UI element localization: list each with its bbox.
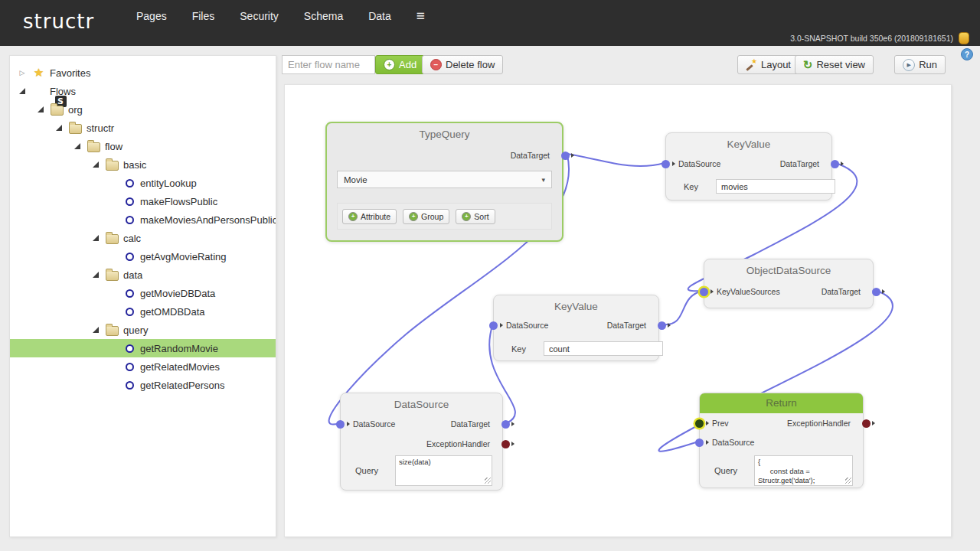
key-row: Key <box>684 179 816 194</box>
delete-flow-button[interactable]: − Delete flow <box>422 55 503 74</box>
flow-node-objectDataSource[interactable]: ObjectDataSourceKeyValueSourcesDataTarge… <box>704 259 874 308</box>
flow-node-keyValue1[interactable]: KeyValueDataSourceDataTargetKey <box>665 132 832 201</box>
port-return1-ExceptionHandler[interactable]: ExceptionHandler <box>787 418 863 429</box>
tree-item-makeFlowsPublic[interactable]: makeFlowsPublic <box>10 192 276 210</box>
port-dot-icon[interactable] <box>336 420 345 429</box>
tree-open-toggle-icon[interactable] <box>54 123 64 132</box>
tree-item-data[interactable]: data <box>10 266 276 284</box>
tree-item-getMovieDBData[interactable]: getMovieDBData <box>10 284 276 302</box>
port-dot-icon[interactable] <box>489 321 498 330</box>
tree-open-toggle-icon[interactable] <box>91 270 100 279</box>
port-dataSource-DataTarget[interactable]: DataTarget <box>451 419 502 429</box>
nav-schema[interactable]: Schema <box>304 10 343 22</box>
magic-wand-icon <box>746 60 757 70</box>
layout-button[interactable]: Layout <box>737 55 799 74</box>
flow-node-typeQuery[interactable]: TypeQueryDataTargetMovie▾+Attribute+Grou… <box>325 122 564 242</box>
tree-open-toggle-icon[interactable] <box>91 325 100 334</box>
nav-files[interactable]: Files <box>192 10 215 22</box>
port-dot-icon[interactable] <box>501 420 510 429</box>
flow-circle-icon <box>126 381 134 390</box>
port-label: DataTarget <box>822 287 861 296</box>
port-keyValue1-DataSource[interactable]: DataSource <box>666 158 720 169</box>
key-input[interactable] <box>544 341 663 356</box>
tree-open-toggle-icon[interactable] <box>73 142 82 151</box>
port-dot-icon[interactable] <box>695 419 704 428</box>
port-dot-icon[interactable] <box>831 160 839 168</box>
port-objectDataSource-DataTarget[interactable]: DataTarget <box>822 286 873 297</box>
resize-handle-icon[interactable] <box>845 478 851 484</box>
tree-item-label: basic <box>123 159 146 171</box>
tree-item-Favorites[interactable]: ▷★Favorites <box>10 64 276 82</box>
hamburger-menu-icon[interactable]: ≡ <box>416 11 425 21</box>
nav-data[interactable]: Data <box>368 10 391 22</box>
tree-item-entityLookup[interactable]: entityLookup <box>10 174 276 192</box>
port-dataSource-DataSource[interactable]: DataSource <box>341 419 395 429</box>
flow-node-dataSource[interactable]: DataSourceDataSourceDataTargetExceptionH… <box>340 393 503 491</box>
port-return1-DataSource[interactable]: DataSource <box>700 437 754 448</box>
query-textarea[interactable] <box>395 455 492 486</box>
tree-item-makeMoviesAndPersonsPublic[interactable]: makeMoviesAndPersonsPublic <box>10 210 276 229</box>
port-typeQuery-DataTarget[interactable]: DataTarget <box>511 150 562 161</box>
add-group-button[interactable]: +Group <box>403 209 449 224</box>
port-dot-icon[interactable] <box>862 419 871 428</box>
port-dot-icon[interactable] <box>561 152 570 160</box>
tree-item-structr[interactable]: structr <box>10 119 276 137</box>
tree-item-flow[interactable]: flow <box>10 137 276 155</box>
reset-view-button[interactable]: ↻ Reset view <box>795 55 874 74</box>
port-dot-icon[interactable] <box>700 288 708 296</box>
tree-open-toggle-icon[interactable] <box>36 105 45 114</box>
flow-canvas[interactable]: TypeQueryDataTargetMovie▾+Attribute+Grou… <box>284 84 952 537</box>
add-attribute-button[interactable]: +Attribute <box>342 209 397 224</box>
port-dot-icon[interactable] <box>662 160 670 168</box>
port-dot-icon[interactable] <box>695 439 704 447</box>
help-icon[interactable]: ? <box>961 48 973 60</box>
connection-typeQuery-DataTarget-to-keyValue1-DataSource[interactable] <box>567 154 665 166</box>
nav-pages[interactable]: Pages <box>136 10 167 22</box>
tree-item-org[interactable]: org <box>10 100 276 119</box>
build-badge-icon[interactable] <box>959 32 969 44</box>
flow-name-input[interactable] <box>282 55 375 74</box>
key-input[interactable] <box>716 179 835 194</box>
port-dot-icon[interactable] <box>501 440 510 448</box>
flow-node-keyValue2[interactable]: KeyValueDataSourceDataTargetKey <box>493 295 659 361</box>
tree-item-getOMDBData[interactable]: getOMDBData <box>10 302 276 321</box>
add-flow-button[interactable]: + Add <box>375 55 425 74</box>
folder-icon <box>106 234 119 244</box>
tree-closed-toggle-icon[interactable]: ▷ <box>18 68 27 77</box>
nav-security[interactable]: Security <box>240 10 279 22</box>
port-dot-icon[interactable] <box>872 288 880 296</box>
node-title: ObjectDataSource <box>704 265 873 276</box>
port-dataSource-ExceptionHandler[interactable]: ExceptionHandler <box>426 439 502 449</box>
run-button[interactable]: ▶ Run <box>894 55 946 74</box>
tree-open-toggle-icon[interactable] <box>91 160 100 169</box>
tree-spacer <box>109 362 119 371</box>
tree-item-query[interactable]: query <box>10 321 276 339</box>
tree-item-getRandomMovie[interactable]: getRandomMovie <box>10 339 276 357</box>
resize-handle-icon[interactable] <box>485 478 491 484</box>
port-dot-icon[interactable] <box>658 321 666 330</box>
structr-logo[interactable]: structr <box>23 10 94 33</box>
tree-item-getRelatedPersons[interactable]: getRelatedPersons <box>10 376 276 394</box>
connection-keyValue2-DataTarget-to-objectDataSource-KeyValueSources[interactable] <box>663 291 704 324</box>
tree-open-toggle-icon[interactable] <box>18 86 27 96</box>
port-return1-Prev[interactable]: Prev <box>700 418 729 429</box>
tree-item-Flows[interactable]: SFlows <box>10 82 276 100</box>
build-info: 3.0-SNAPSHOT build 350e6 (201809181651) <box>790 32 969 44</box>
key-row: Key <box>511 341 643 356</box>
add-sort-button[interactable]: +Sort <box>456 209 495 224</box>
port-objectDataSource-KeyValueSources[interactable]: KeyValueSources <box>704 286 780 297</box>
query-textarea[interactable] <box>754 455 853 486</box>
port-arrow-icon <box>500 323 503 328</box>
tree-spacer <box>109 215 119 224</box>
tree-open-toggle-icon[interactable] <box>91 233 100 243</box>
port-keyValue2-DataTarget[interactable]: DataTarget <box>607 320 658 331</box>
type-select[interactable]: Movie▾ <box>337 171 552 188</box>
flow-node-return1[interactable]: ReturnPrevDataSourceExceptionHandlerQuer… <box>699 393 864 488</box>
port-keyValue2-DataSource[interactable]: DataSource <box>494 320 548 331</box>
tree-item-getRelatedMovies[interactable]: getRelatedMovies <box>10 357 276 376</box>
tree-item-getAvgMovieRating[interactable]: getAvgMovieRating <box>10 247 276 266</box>
tree-item-basic[interactable]: basic <box>10 155 276 174</box>
port-keyValue1-DataTarget[interactable]: DataTarget <box>780 158 831 169</box>
tree-item-calc[interactable]: calc <box>10 229 276 247</box>
port-label: Prev <box>712 419 729 428</box>
